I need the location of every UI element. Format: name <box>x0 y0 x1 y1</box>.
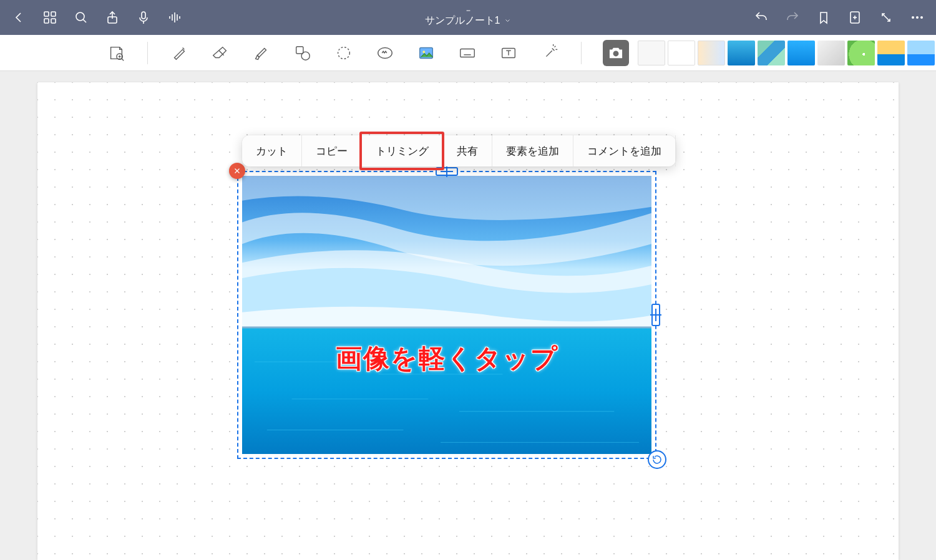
image-context-menu: カットコピートリミング共有要素を追加コメントを追加 <box>242 135 676 167</box>
grid-icon[interactable] <box>42 10 57 25</box>
separator <box>147 42 148 64</box>
svg-rect-7 <box>142 12 145 19</box>
sticker-tool-icon[interactable] <box>375 43 395 63</box>
context-menu-item-4[interactable]: 要素を追加 <box>492 135 573 167</box>
rotate-handle[interactable] <box>648 450 666 469</box>
svg-point-19 <box>916 16 919 19</box>
image-selection-frame[interactable]: 画像を軽くタップ <box>237 171 656 459</box>
resize-handle-right[interactable] <box>651 304 660 326</box>
resize-handle-top[interactable] <box>436 167 458 176</box>
textbox-tool-icon[interactable] <box>499 43 519 63</box>
camera-tool-icon[interactable] <box>603 40 629 66</box>
image-tool-icon[interactable] <box>416 43 436 63</box>
image-overlay-text: 画像を軽くタップ <box>242 341 651 376</box>
context-menu-item-1[interactable]: コピー <box>302 135 362 167</box>
chevron-down-icon <box>504 17 511 24</box>
image-thumbnail-9[interactable] <box>907 41 935 65</box>
image-thumbnail-5[interactable] <box>787 41 815 65</box>
svg-point-31 <box>422 51 425 53</box>
pen-tool-icon[interactable] <box>169 43 189 63</box>
canvas-area: カットコピートリミング共有要素を追加コメントを追加 <box>0 71 936 560</box>
svg-line-22 <box>121 58 124 60</box>
keyboard-tool-icon[interactable] <box>457 43 477 63</box>
context-menu-item-3[interactable]: 共有 <box>443 135 492 167</box>
svg-line-17 <box>882 14 890 21</box>
svg-rect-3 <box>51 19 56 23</box>
image-thumbnail-6[interactable] <box>817 41 845 65</box>
svg-line-25 <box>219 51 224 56</box>
context-menu-item-2[interactable]: トリミング <box>362 135 443 167</box>
svg-point-27 <box>301 52 310 60</box>
app-topbar: ••• サンプルノート1 <box>0 0 936 35</box>
editor-toolbar <box>0 35 936 71</box>
laser-tool-icon[interactable] <box>540 43 560 63</box>
separator <box>581 42 582 64</box>
context-menu-item-0[interactable]: カット <box>242 135 302 167</box>
svg-rect-2 <box>44 19 49 23</box>
audio-wave-icon[interactable] <box>167 10 182 25</box>
shape-tool-icon[interactable] <box>293 43 313 63</box>
image-thumbnail-2[interactable] <box>698 41 725 65</box>
undo-icon[interactable] <box>754 10 769 25</box>
note-page[interactable]: カットコピートリミング共有要素を追加コメントを追加 <box>37 82 899 560</box>
redo-icon[interactable] <box>785 10 800 25</box>
document-title[interactable]: サンプルノート1 <box>425 14 512 27</box>
svg-line-5 <box>83 19 86 22</box>
selected-image[interactable]: 画像を軽くタップ <box>242 176 651 454</box>
svg-point-4 <box>76 12 84 21</box>
svg-point-29 <box>378 47 392 58</box>
close-fullscreen-icon[interactable] <box>879 10 894 25</box>
eraser-tool-icon[interactable] <box>210 43 230 63</box>
svg-point-28 <box>338 47 350 59</box>
svg-rect-32 <box>461 49 475 57</box>
svg-line-42 <box>555 46 556 47</box>
drag-dots-icon: ••• <box>466 8 469 13</box>
more-icon[interactable] <box>910 10 925 25</box>
share-icon[interactable] <box>105 10 120 25</box>
image-thumbnail-4[interactable] <box>758 41 785 65</box>
mic-icon[interactable] <box>136 10 151 25</box>
svg-point-18 <box>912 16 914 19</box>
image-thumbnail-7[interactable] <box>847 41 875 65</box>
add-page-icon[interactable] <box>847 10 862 25</box>
back-icon[interactable] <box>11 10 26 25</box>
bookmark-icon[interactable] <box>816 10 831 25</box>
svg-rect-26 <box>296 46 303 53</box>
lasso-tool-icon[interactable] <box>334 43 354 63</box>
svg-rect-0 <box>44 12 49 16</box>
image-thumbnail-3[interactable] <box>728 41 755 65</box>
image-thumbnail-0[interactable] <box>638 41 665 65</box>
document-title-text: サンプルノート1 <box>425 14 500 27</box>
zoom-note-icon[interactable] <box>106 43 126 63</box>
image-thumbnail-8[interactable] <box>877 41 905 65</box>
search-icon[interactable] <box>74 10 89 25</box>
svg-point-45 <box>613 51 618 56</box>
image-thumbnail-1[interactable] <box>668 41 695 65</box>
highlighter-tool-icon[interactable] <box>251 43 271 63</box>
image-thumbnail-strip <box>638 41 936 65</box>
svg-point-20 <box>920 16 923 19</box>
svg-rect-1 <box>51 12 56 16</box>
context-menu-item-5[interactable]: コメントを追加 <box>573 135 676 167</box>
